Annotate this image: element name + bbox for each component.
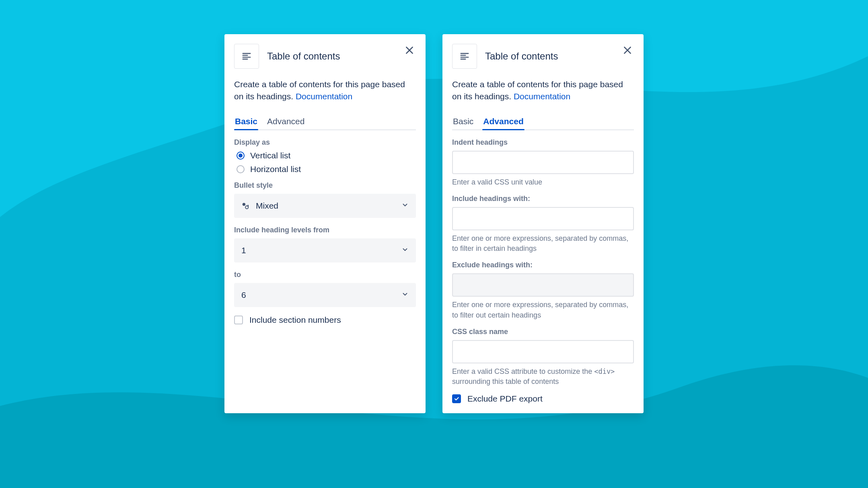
bullet-style-value: Mixed xyxy=(256,201,278,211)
chevron-down-icon xyxy=(401,290,409,300)
toc-macro-icon xyxy=(452,44,477,69)
css-class-label: CSS class name xyxy=(452,328,634,336)
css-class-input[interactable] xyxy=(452,340,634,363)
close-icon xyxy=(404,45,415,55)
close-button[interactable] xyxy=(619,42,636,58)
chevron-down-icon xyxy=(401,201,409,211)
bullet-style-label: Bullet style xyxy=(234,181,416,190)
panel-title: Table of contents xyxy=(267,51,340,62)
align-left-icon xyxy=(459,51,470,62)
checkbox-indicator xyxy=(234,316,243,324)
levels-from-label: Include heading levels from xyxy=(234,226,416,234)
radio-label: Horizontal list xyxy=(250,164,301,174)
indent-headings-label: Indent headings xyxy=(452,138,634,147)
levels-from-select[interactable]: 1 xyxy=(234,238,416,262)
panel-description: Create a table of contents for this page… xyxy=(452,78,634,103)
include-headings-input[interactable] xyxy=(452,207,634,230)
include-section-numbers-checkbox[interactable]: Include section numbers xyxy=(234,315,416,325)
include-headings-helper: Enter one or more expressions, separated… xyxy=(452,234,634,254)
levels-from-value: 1 xyxy=(241,246,246,255)
close-button[interactable] xyxy=(401,42,418,58)
toc-config-panel-advanced: Table of contents Create a table of cont… xyxy=(442,34,644,413)
svg-point-1 xyxy=(243,203,245,206)
exclude-headings-label: Exclude headings with: xyxy=(452,261,634,269)
tab-advanced[interactable]: Advanced xyxy=(266,114,305,130)
indent-headings-input[interactable] xyxy=(452,151,634,174)
tabs: Basic Advanced xyxy=(452,114,634,130)
chevron-down-icon xyxy=(401,246,409,255)
css-class-helper: Enter a valid CSS attribute to customize… xyxy=(452,367,634,387)
css-helper-suffix: surrounding this table of contents xyxy=(452,377,559,385)
checkbox-label: Exclude PDF export xyxy=(467,394,543,404)
tabs: Basic Advanced xyxy=(234,114,416,130)
radio-vertical-list[interactable]: Vertical list xyxy=(237,151,416,160)
align-left-icon xyxy=(241,51,252,62)
levels-to-select[interactable]: 6 xyxy=(234,283,416,307)
panel-header: Table of contents xyxy=(452,44,634,69)
panel-title: Table of contents xyxy=(485,51,558,62)
exclude-pdf-export-checkbox[interactable]: Exclude PDF export xyxy=(452,394,634,404)
exclude-headings-helper: Enter one or more expressions, separated… xyxy=(452,300,634,320)
display-as-label: Display as xyxy=(234,138,416,147)
close-icon xyxy=(622,45,633,55)
radio-indicator xyxy=(237,152,245,160)
mixed-bullet-icon xyxy=(241,201,250,210)
toc-macro-icon xyxy=(234,44,259,69)
bullet-style-select[interactable]: Mixed xyxy=(234,194,416,218)
levels-to-value: 6 xyxy=(241,290,246,300)
radio-indicator xyxy=(237,165,245,173)
panel-description: Create a table of contents for this page… xyxy=(234,78,416,103)
panel-header: Table of contents xyxy=(234,44,416,69)
documentation-link[interactable]: Documentation xyxy=(514,92,570,101)
tab-basic[interactable]: Basic xyxy=(234,114,258,130)
toc-config-panel-basic: Table of contents Create a table of cont… xyxy=(224,34,426,413)
css-helper-prefix: Enter a valid CSS attribute to customize… xyxy=(452,367,594,375)
exclude-headings-input[interactable] xyxy=(452,273,634,297)
documentation-link[interactable]: Documentation xyxy=(296,92,352,101)
tab-basic[interactable]: Basic xyxy=(452,114,474,130)
checkbox-indicator xyxy=(452,394,461,403)
check-icon xyxy=(454,396,459,402)
radio-horizontal-list[interactable]: Horizontal list xyxy=(237,164,416,174)
levels-to-label: to xyxy=(234,271,416,279)
checkbox-label: Include section numbers xyxy=(249,315,341,325)
indent-headings-helper: Enter a valid CSS unit value xyxy=(452,177,634,187)
css-helper-code: <div> xyxy=(594,367,615,375)
tab-advanced[interactable]: Advanced xyxy=(482,114,524,130)
radio-label: Vertical list xyxy=(250,151,290,160)
include-headings-label: Include headings with: xyxy=(452,195,634,203)
